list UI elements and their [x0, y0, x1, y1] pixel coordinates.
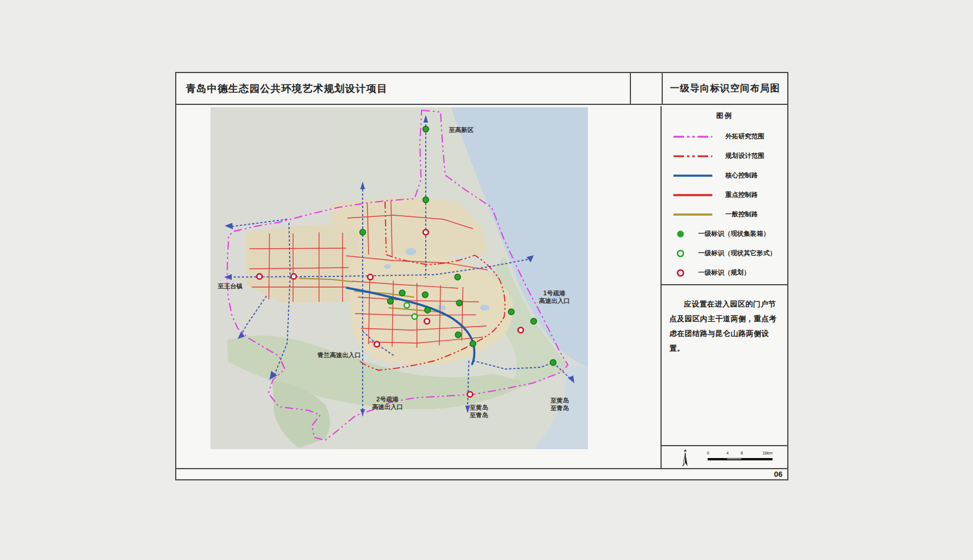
legend-item: 一级标识（现状其它形式）	[662, 243, 787, 263]
legend-item-label: 核心控制路	[725, 171, 758, 180]
red-open-signage-marker	[257, 274, 262, 279]
planning-map: 至高新区至王台镇青兰高速出入口1号疏港高速出入口2号疏港高速出入口至黄岛至青岛至…	[211, 107, 588, 449]
green-filled-signage-marker	[360, 229, 366, 235]
green-filled-signage-marker	[423, 126, 429, 132]
map-area: 至高新区至王台镇青兰高速出入口1号疏港高速出入口2号疏港高速出入口至黄岛至青岛至…	[176, 106, 662, 469]
green-filled-signage-marker	[422, 292, 428, 298]
legend-rows: 外拓研究范围规划设计范围核心控制路重点控制路一般控制路一级标识（现状集装箱）一级…	[662, 127, 787, 282]
circle-open-swatch-icon	[676, 268, 684, 278]
legend-item: 一级标识（现状集装箱）	[662, 224, 787, 243]
map-label: 至高新区	[449, 126, 474, 133]
legend-item: 核心控制路	[662, 166, 787, 185]
green-filled-signage-marker	[508, 309, 514, 315]
green-filled-signage-marker	[550, 360, 556, 365]
red-open-signage-marker	[368, 275, 373, 280]
green-filled-signage-marker	[423, 197, 429, 203]
legend-item-label: 一般控制路	[725, 210, 758, 219]
legend-title: 图例	[662, 111, 787, 121]
scale-bar-label: 16km	[762, 451, 773, 455]
scale-area: 04816km	[662, 446, 787, 469]
north-arrow-icon	[681, 449, 690, 467]
legend-item: 一般控制路	[662, 205, 787, 224]
map-label: 至黄岛至青岛	[550, 397, 569, 412]
scale-bar: 04816km	[708, 451, 773, 464]
legend: 图例 外拓研究范围规划设计范围核心控制路重点控制路一般控制路一级标识（现状集装箱…	[662, 106, 787, 285]
green-filled-signage-marker	[399, 290, 405, 296]
map-label: 至王台镇	[218, 282, 243, 289]
legend-item-label: 一级标识（现状其它形式）	[698, 249, 776, 258]
line-dashdot-swatch-icon	[673, 154, 712, 159]
bottom-strip: 06	[176, 468, 787, 479]
green-filled-signage-marker	[470, 341, 476, 347]
red-open-signage-marker	[518, 328, 524, 333]
page-number: 06	[774, 470, 783, 479]
legend-item: 一级标识（规划）	[662, 263, 787, 282]
red-open-signage-marker	[468, 392, 473, 397]
map-label: 至黄岛至青岛	[469, 404, 488, 419]
legend-item-label: 重点控制路	[725, 190, 758, 199]
title-bar: 青岛中德生态园公共环境艺术规划设计项目 一级导向标识空间布局图	[176, 73, 787, 105]
green-filled-signage-marker	[455, 332, 461, 338]
project-title: 青岛中德生态园公共环境艺术规划设计项目	[176, 73, 631, 104]
scale-bar-segment	[727, 459, 741, 460]
titlebar-spacer	[631, 73, 663, 104]
legend-item-label: 一级标识（现状集装箱）	[698, 229, 770, 238]
scale-bar-label: 4	[727, 451, 729, 455]
page-background: 青岛中德生态园公共环境艺术规划设计项目 一级导向标识空间布局图	[0, 0, 973, 560]
red-open-signage-marker	[423, 230, 429, 235]
legend-item: 外拓研究范围	[662, 127, 787, 146]
map-label: 青兰高速出入口	[317, 351, 361, 358]
note-text: 应设置在进入园区的门户节点及园区内主干道两侧，重点考虑在团结路与昆仑山路两侧设置…	[669, 297, 780, 356]
scale-bar-label: 8	[741, 451, 743, 455]
green-filled-signage-marker	[531, 318, 537, 324]
legend-item: 规划设计范围	[662, 146, 787, 166]
green-open-signage-marker	[405, 303, 410, 308]
green-filled-signage-marker	[425, 307, 430, 313]
red-open-signage-marker	[291, 274, 297, 279]
scale-bar-segment	[741, 459, 772, 460]
circle-open-swatch-icon	[676, 249, 684, 258]
line-solid-swatch-icon	[673, 193, 712, 197]
red-open-signage-marker	[374, 342, 380, 347]
legend-item-label: 外拓研究范围	[725, 132, 764, 141]
note: 应设置在进入园区的门户节点及园区内主干道两侧，重点考虑在团结路与昆仑山路两侧设置…	[662, 285, 787, 446]
green-filled-signage-marker	[455, 274, 461, 280]
drawing-sheet: 青岛中德生态园公共环境艺术规划设计项目 一级导向标识空间布局图	[175, 72, 788, 480]
red-open-signage-marker	[425, 319, 430, 324]
map-label: 2号疏港高速出入口	[372, 396, 403, 411]
line-solid-swatch-icon	[673, 212, 712, 217]
scale-bar-graphic	[708, 458, 773, 460]
green-open-signage-marker	[412, 314, 418, 319]
circle-filled-swatch-icon	[676, 229, 684, 239]
legend-item-label: 规划设计范围	[725, 151, 764, 160]
scale-bar-label: 0	[707, 451, 709, 455]
legend-item-label: 一级标识（规划）	[698, 268, 750, 277]
line-dashdot-swatch-icon	[673, 134, 712, 139]
line-solid-swatch-icon	[673, 173, 712, 178]
green-filled-signage-marker	[387, 298, 393, 304]
legend-item: 重点控制路	[662, 185, 787, 205]
green-filled-signage-marker	[456, 300, 462, 306]
scale-bar-segment	[708, 459, 727, 460]
map-label: 1号疏港高速出入口	[539, 289, 570, 305]
drawing-title: 一级导向标识空间布局图	[663, 73, 787, 104]
side-panel: 图例 外拓研究范围规划设计范围核心控制路重点控制路一般控制路一级标识（现状集装箱…	[662, 106, 787, 469]
sheet-body: 至高新区至王台镇青兰高速出入口1号疏港高速出入口2号疏港高速出入口至黄岛至青岛至…	[176, 106, 787, 469]
